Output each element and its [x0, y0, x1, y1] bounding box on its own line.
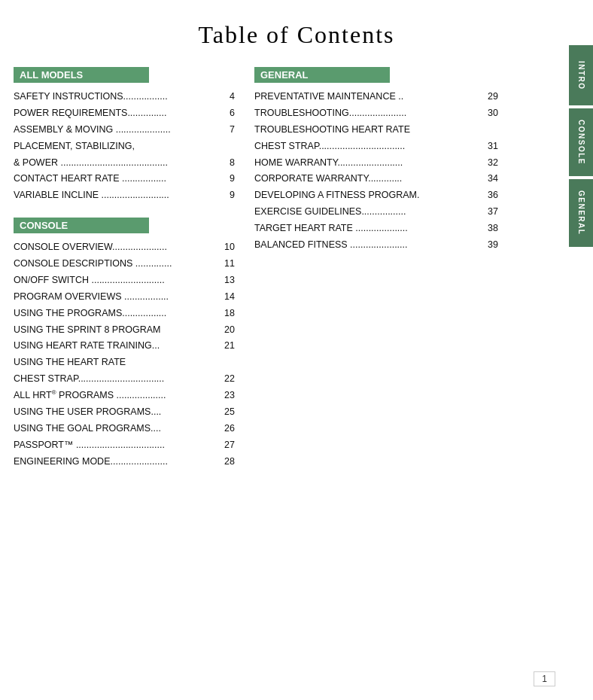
- tab-intro[interactable]: INTRO: [569, 45, 593, 105]
- list-item: USING THE PROGRAMS.................18: [14, 306, 239, 322]
- list-item: ASSEMBLY & MOVING .....................7: [14, 122, 239, 138]
- list-item: USING THE HEART RATE: [14, 355, 239, 371]
- right-column: GENERAL PREVENTATIVE MAINTENANCE ..29 TR…: [247, 67, 503, 484]
- general-section: GENERAL PREVENTATIVE MAINTENANCE ..29 TR…: [254, 67, 503, 254]
- list-item: CONTACT HEART RATE .................9: [14, 171, 239, 187]
- page-title: Table of Contents: [0, 0, 593, 67]
- list-item: USING THE SPRINT 8 PROGRAM20: [14, 322, 239, 339]
- list-item: & POWER ................................…: [14, 155, 239, 172]
- tab-general[interactable]: GENERAL: [569, 179, 593, 247]
- list-item: USING THE GOAL PROGRAMS....26: [14, 421, 239, 437]
- list-item: USING HEART RATE TRAINING...21: [14, 338, 239, 355]
- list-item: EXERCISE GUIDELINES.................37: [254, 204, 503, 221]
- list-item: HOME WARRANTY.........................32: [254, 155, 503, 172]
- list-item: USING THE USER PROGRAMS....25: [14, 404, 239, 421]
- console-header: CONSOLE: [14, 218, 149, 233]
- list-item: TARGET HEART RATE ....................38: [254, 221, 503, 237]
- tab-console[interactable]: CONSOLE: [569, 108, 593, 176]
- list-item: CONSOLE DESCRIPTIONS ..............11: [14, 256, 239, 272]
- list-item: TROUBLESHOOTING......................30: [254, 105, 503, 122]
- tab-general-label: GENERAL: [577, 190, 585, 235]
- list-item: SAFETY INSTRUCTIONS.................4: [14, 89, 239, 105]
- side-tabs: INTRO CONSOLE GENERAL: [569, 45, 593, 247]
- list-item: CORPORATE WARRANTY.............34: [254, 171, 503, 187]
- list-item: CHEST STRAP.............................…: [254, 138, 503, 155]
- list-item: TROUBLESHOOTING HEART RATE: [254, 122, 503, 138]
- all-models-header: ALL MODELS: [14, 67, 149, 83]
- left-column: ALL MODELS SAFETY INSTRUCTIONS..........…: [14, 67, 247, 484]
- tab-console-label: CONSOLE: [577, 120, 585, 165]
- list-item: PLACEMENT, STABILIZING,: [14, 138, 239, 155]
- list-item: ALL HRT® PROGRAMS ...................23: [14, 388, 239, 404]
- general-list: PREVENTATIVE MAINTENANCE ..29 TROUBLESHO…: [254, 89, 503, 254]
- console-section: CONSOLE CONSOLE OVERVIEW................…: [14, 218, 239, 470]
- tab-intro-label: INTRO: [577, 61, 585, 90]
- list-item: POWER REQUIREMENTS...............6: [14, 105, 239, 122]
- all-models-section: ALL MODELS SAFETY INSTRUCTIONS..........…: [14, 67, 239, 204]
- list-item: DEVELOPING A FITNESS PROGRAM.36: [254, 187, 503, 204]
- list-item: PREVENTATIVE MAINTENANCE ..29: [254, 89, 503, 105]
- list-item: VARIABLE INCLINE .......................…: [14, 187, 239, 204]
- list-item: BALANCED FITNESS ......................3…: [254, 237, 503, 254]
- list-item: ON/OFF SWITCH ..........................…: [14, 272, 239, 289]
- list-item: PASSPORT™ ..............................…: [14, 437, 239, 454]
- list-item: CONSOLE OVERVIEW.....................10: [14, 239, 239, 256]
- list-item: PROGRAM OVERVIEWS .................14: [14, 289, 239, 306]
- content-area: ALL MODELS SAFETY INSTRUCTIONS..........…: [0, 67, 593, 484]
- all-models-list: SAFETY INSTRUCTIONS.................4 PO…: [14, 89, 239, 204]
- general-header: GENERAL: [254, 67, 390, 83]
- page-number: 1: [534, 671, 555, 686]
- list-item: CHEST STRAP.............................…: [14, 371, 239, 388]
- list-item: ENGINEERING MODE......................28: [14, 454, 239, 470]
- console-list: CONSOLE OVERVIEW.....................10 …: [14, 239, 239, 470]
